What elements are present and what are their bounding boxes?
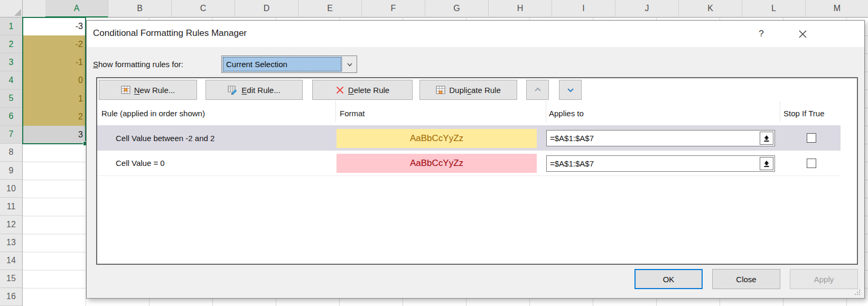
rule-1-stop-if-true-checkbox[interactable] [807,133,816,143]
edit-rule-button[interactable]: Edit Rule... [206,80,303,100]
header-separator [780,101,780,122]
rule-2-collapse-dialog-button[interactable] [760,157,773,170]
header-separator [546,101,546,122]
dialog-title: Conditional Formatting Rules Manager [93,28,247,39]
column-header-C[interactable]: C [172,0,235,17]
row-header-12[interactable]: 12 [0,216,22,234]
new-rule-label: New Rule... [134,86,175,95]
dialog-titlebar[interactable]: Conditional Formatting Rules Manager ? [87,21,864,47]
row-header-10[interactable]: 10 [0,180,22,198]
cell-A4[interactable]: 0 [23,71,86,89]
column-header-M[interactable]: M [806,0,868,17]
column-header-B[interactable]: B [108,0,172,17]
new-rule-button[interactable]: New Rule... [99,80,197,100]
column-header-F[interactable]: F [362,0,425,17]
collapse-dialog-icon [763,135,770,142]
delete-rule-label: Delete Rule [348,86,389,95]
move-up-icon [534,86,542,94]
column-header-stop-if-true: Stop If True [783,109,825,118]
ok-button[interactable]: OK [634,269,703,289]
column-header-applies-to: Applies to [549,109,584,118]
conditional-formatting-rules-manager-dialog: Conditional Formatting Rules Manager ? S… [86,20,865,299]
close-icon [798,30,807,39]
row-separator [97,175,841,176]
delete-rule-icon [335,86,344,95]
select-all-corner[interactable] [0,0,23,17]
column-header-row: ABCDEFGHIJKLM [23,0,868,17]
row-header-7[interactable]: 7 [0,126,22,144]
select-all-triangle-icon [14,9,21,16]
row-header-1[interactable]: 1 [0,17,22,35]
cell-A5[interactable]: 1 [23,90,86,108]
rule-1-applies-to-input[interactable]: =$A$1:$A$7 [546,130,775,146]
duplicate-rule-button[interactable]: Duplicate Rule [419,80,517,100]
column-header-D[interactable]: D [235,0,298,17]
move-down-icon [566,86,575,94]
dropdown-arrow-button[interactable] [342,57,357,72]
show-rules-label: Show formatting rules for: [93,60,183,69]
rule-2-format-preview: AaBbCcYyZz [337,154,537,173]
move-rule-down-button[interactable] [559,80,582,100]
edit-rule-icon [228,86,238,95]
move-rule-up-button[interactable] [526,80,549,100]
row-header-9[interactable]: 9 [0,162,22,180]
row-header-15[interactable]: 15 [0,270,22,288]
rule-2-name: Cell Value = 0 [116,159,165,168]
chevron-down-icon [346,61,353,68]
row-header-8[interactable]: 8 [0,144,22,162]
rule-1-applies-to-value: =$A$1:$A$7 [550,134,594,143]
column-header-A[interactable]: A [45,0,108,17]
edit-rule-label: Edit Rule... [241,86,280,95]
cell-A1[interactable]: -3 [23,17,86,35]
show-rules-dropdown-value[interactable]: Current Selection [222,57,342,72]
row-header-11[interactable]: 11 [0,198,22,216]
help-button[interactable]: ? [754,26,768,41]
excel-window: ABCDEFGHIJKLM -3-2-10123 Conditional For… [0,0,868,306]
rule-1-name: Cell Value between -2 and 2 [116,134,214,143]
delete-rule-button[interactable]: Delete Rule [312,80,413,100]
apply-button[interactable]: Apply [790,269,858,289]
duplicate-rule-label: Duplicate Rule [449,86,501,95]
cell-A7[interactable]: 3 [23,126,86,144]
show-rules-dropdown[interactable]: Current Selection [221,55,357,73]
dialog-close-button[interactable] [795,27,810,41]
help-icon: ? [759,29,763,39]
duplicate-rule-icon [436,86,445,94]
row-header-13[interactable]: 13 [0,234,22,252]
row-header-16[interactable]: 16 [0,288,22,306]
cell-A6[interactable]: 2 [23,108,86,126]
column-header-K[interactable]: K [679,0,742,17]
column-header-I[interactable]: I [552,0,615,17]
resize-grip[interactable] [854,289,861,295]
rule-1-format-preview: AaBbCcYyZz [337,129,537,148]
column-header-E[interactable]: E [298,0,362,17]
column-header-G[interactable]: G [425,0,489,17]
row-header-5[interactable]: 5 [0,90,22,108]
column-header-rule: Rule (applied in order shown) [101,109,205,118]
rule-2-applies-to-input[interactable]: =$A$1:$A$7 [546,155,775,172]
column-header-J[interactable]: J [615,0,679,17]
row-header-6[interactable]: 6 [0,108,22,126]
rule-2-applies-to-value: =$A$1:$A$7 [550,159,594,168]
rule-2-stop-if-true-checkbox[interactable] [807,159,816,168]
rule-1-collapse-dialog-button[interactable] [760,132,773,145]
row-header-4[interactable]: 4 [0,71,22,89]
column-header-L[interactable]: L [742,0,806,17]
row-header-2[interactable]: 2 [0,35,22,53]
close-button[interactable]: Close [712,269,780,289]
column-header-H[interactable]: H [489,0,552,17]
cell-A2[interactable]: -2 [23,35,86,53]
cell-A3[interactable]: -1 [23,53,86,71]
new-rule-icon [121,86,130,94]
header-separator [335,101,336,122]
row-header-3[interactable]: 3 [0,53,22,71]
row-header-14[interactable]: 14 [0,252,22,270]
column-header-format: Format [340,109,365,118]
collapse-dialog-icon [763,160,770,168]
